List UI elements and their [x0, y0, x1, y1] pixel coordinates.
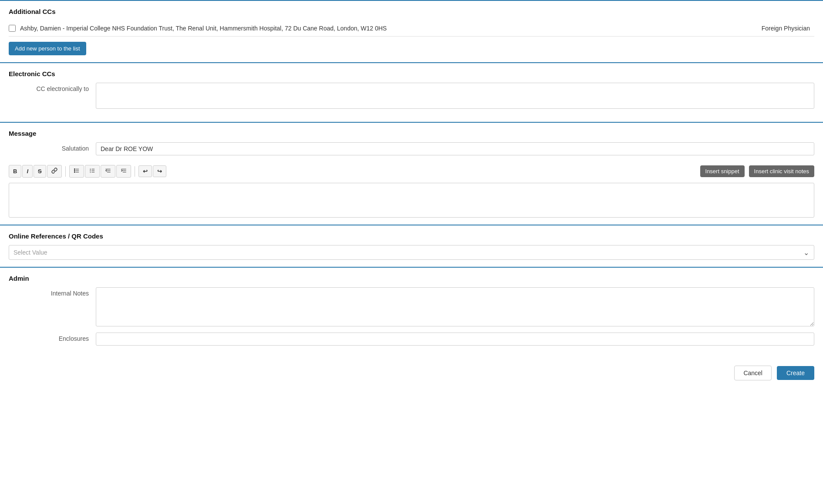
admin-title: Admin	[9, 275, 814, 282]
cc-electronically-label: CC electronically to	[9, 83, 96, 92]
insert-snippet-button[interactable]: Insert snippet	[700, 165, 745, 177]
add-person-button[interactable]: Add new person to the list	[9, 42, 86, 55]
bold-button[interactable]: B	[9, 165, 21, 178]
electronic-ccs-section: Electronic CCs CC electronically to	[0, 62, 823, 122]
select-wrapper: Select Value	[9, 245, 814, 260]
salutation-row: Salutation	[9, 142, 814, 155]
cc-person-row: Ashby, Damien - Imperial College NHS Fou…	[9, 20, 814, 37]
link-button[interactable]	[47, 165, 62, 178]
message-title: Message	[9, 130, 814, 137]
history-group: ↩ ↪	[138, 165, 166, 177]
cc-checkbox[interactable]	[9, 25, 16, 32]
message-section: Message Salutation B I S	[0, 122, 823, 225]
toolbar-separator-2	[135, 166, 135, 177]
strikethrough-button[interactable]: S	[34, 165, 46, 178]
cc-person-role: Foreign Physician	[762, 25, 814, 32]
italic-button[interactable]: I	[22, 165, 33, 178]
enclosures-input[interactable]	[96, 333, 814, 346]
redo-button[interactable]: ↪	[153, 165, 166, 177]
outdent-button[interactable]	[101, 165, 115, 178]
internal-notes-input[interactable]	[96, 287, 814, 326]
format-group: B I S	[9, 165, 62, 178]
additional-ccs-section: Additional CCs Ashby, Damien - Imperial …	[0, 0, 823, 62]
list-group: 1 2 3	[69, 165, 131, 178]
cc-left: Ashby, Damien - Imperial College NHS Fou…	[9, 25, 387, 32]
insert-clinic-visit-notes-button[interactable]: Insert clinic visit notes	[749, 165, 814, 177]
online-references-title: Online References / QR Codes	[9, 232, 814, 240]
create-button[interactable]: Create	[777, 366, 814, 380]
indent-button[interactable]	[116, 165, 131, 178]
svg-point-5	[74, 172, 75, 173]
salutation-label: Salutation	[9, 142, 96, 152]
svg-point-3	[74, 169, 75, 170]
cc-person-name: Ashby, Damien - Imperial College NHS Fou…	[20, 25, 387, 32]
admin-section: Admin Internal Notes Enclosures	[0, 267, 823, 359]
internal-notes-row: Internal Notes	[9, 287, 814, 326]
page-container: Additional CCs Ashby, Damien - Imperial …	[0, 0, 823, 504]
cancel-button[interactable]: Cancel	[734, 366, 772, 380]
cc-electronically-input[interactable]	[96, 83, 814, 109]
svg-text:3: 3	[90, 171, 91, 173]
message-toolbar: B I S	[9, 161, 814, 181]
message-editor[interactable]	[9, 183, 814, 218]
salutation-input[interactable]	[96, 142, 814, 155]
enclosures-row: Enclosures	[9, 333, 814, 346]
svg-point-4	[74, 170, 75, 171]
online-references-section: Online References / QR Codes Select Valu…	[0, 225, 823, 267]
unordered-list-button[interactable]	[69, 165, 84, 178]
cc-electronically-row: CC electronically to	[9, 83, 814, 109]
bottom-actions: Cancel Create	[0, 359, 823, 389]
toolbar-separator-1	[65, 166, 66, 177]
online-references-select[interactable]: Select Value	[9, 245, 814, 260]
additional-ccs-title: Additional CCs	[9, 8, 814, 15]
undo-button[interactable]: ↩	[138, 165, 152, 177]
internal-notes-label: Internal Notes	[9, 287, 96, 297]
ordered-list-button[interactable]: 1 2 3	[85, 165, 100, 178]
enclosures-label: Enclosures	[9, 333, 96, 342]
electronic-ccs-title: Electronic CCs	[9, 70, 814, 77]
